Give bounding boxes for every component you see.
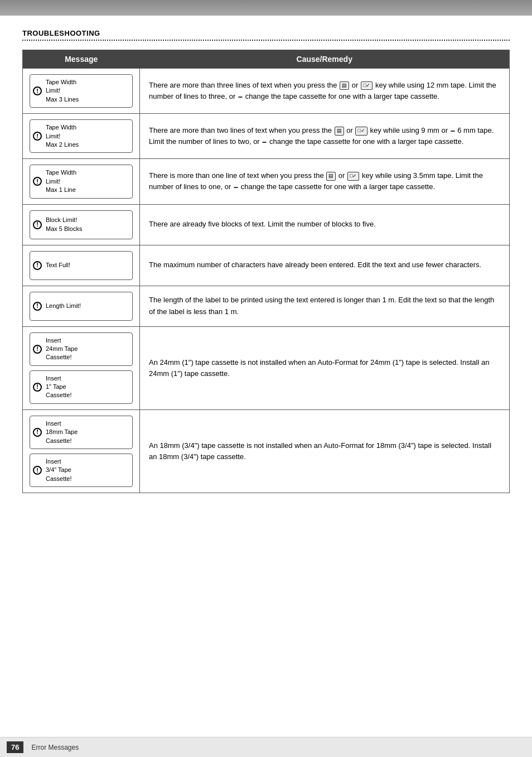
message-text: Insert 18mm Tape Cassette! xyxy=(46,420,78,445)
message-cell: !Length Limit! xyxy=(23,286,140,326)
message-cell: !Insert 18mm Tape Cassette!!Insert 3/4" … xyxy=(23,409,140,493)
table-header-row: Message Cause/Remedy xyxy=(23,50,510,69)
page-number: 76 xyxy=(7,741,23,753)
message-cell: !Tape Width Limit! Max 3 Lines xyxy=(23,69,140,114)
cause-text: An 24mm (1") tape cassette is not instal… xyxy=(149,357,500,379)
message-text: Tape Width Limit! Max 3 Lines xyxy=(46,78,79,104)
table-row: !Tape Width Limit! Max 2 LinesThere are … xyxy=(23,114,510,159)
warning-icon: ! xyxy=(33,261,42,270)
cause-cell: There are more than two lines of text wh… xyxy=(140,114,510,159)
message-text: Insert 3/4" Tape Cassette! xyxy=(46,457,71,483)
message-text: Length Limit! xyxy=(46,302,81,310)
page: TROUBLESHOOTING Message Cause/Remedy !Ta… xyxy=(0,0,532,757)
footer-label: Error Messages xyxy=(31,744,79,751)
message-text: Block Limit! Max 5 Blocks xyxy=(46,216,82,233)
message-box: !Insert 24mm Tape Cassette! xyxy=(30,332,133,366)
table-row: !Insert 18mm Tape Cassette!!Insert 3/4" … xyxy=(23,409,510,493)
warning-icon: ! xyxy=(33,302,42,311)
message-cell: !Tape Width Limit! Max 2 Lines xyxy=(23,114,140,159)
cause-cell: There are more than three lines of text … xyxy=(140,69,510,114)
table-row: !Block Limit! Max 5 BlocksThere are alre… xyxy=(23,204,510,245)
cause-text: An 18mm (3/4") tape cassette is not inst… xyxy=(149,440,500,462)
message-box: !Tape Width Limit! Max 3 Lines xyxy=(30,74,133,108)
warning-icon: ! xyxy=(33,428,42,437)
cause-text: The maximum number of characters have al… xyxy=(149,259,500,271)
message-cell: !Insert 24mm Tape Cassette!!Insert 1" Ta… xyxy=(23,326,140,409)
message-box: !Text Full! xyxy=(30,251,133,280)
warning-icon: ! xyxy=(33,132,42,141)
message-text: Text Full! xyxy=(46,261,70,269)
message-box: !Block Limit! Max 5 Blocks xyxy=(30,210,133,239)
top-bar xyxy=(0,0,532,16)
warning-icon: ! xyxy=(33,177,42,186)
message-box: !Insert 3/4" Tape Cassette! xyxy=(30,454,133,487)
cause-cell: There are already five blocks of text. L… xyxy=(140,204,510,245)
cause-cell: The length of the label to be printed us… xyxy=(140,286,510,326)
table-row: !Insert 24mm Tape Cassette!!Insert 1" Ta… xyxy=(23,326,510,409)
cause-text: There are already five blocks of text. L… xyxy=(149,219,500,230)
warning-icon: ! xyxy=(33,220,42,229)
troubleshooting-table: Message Cause/Remedy !Tape Width Limit! … xyxy=(22,50,510,493)
message-box: !Tape Width Limit! Max 1 Line xyxy=(30,165,133,198)
table-row: !Tape Width Limit! Max 1 LineThere is mo… xyxy=(23,159,510,204)
cause-text: The length of the label to be printed us… xyxy=(149,295,500,317)
section-divider xyxy=(22,40,510,41)
message-box: !Insert 1" Tape Cassette! xyxy=(30,370,133,404)
message-text: Insert 1" Tape Cassette! xyxy=(46,374,71,400)
cause-text: There are more than two lines of text wh… xyxy=(149,125,500,147)
cause-cell: There is more than one line of text when… xyxy=(140,159,510,204)
message-text: Tape Width Limit! Max 2 Lines xyxy=(46,123,79,149)
message-box: !Length Limit! xyxy=(30,292,133,321)
col-message: Message xyxy=(23,50,140,69)
table-row: !Tape Width Limit! Max 3 LinesThere are … xyxy=(23,69,510,114)
table-row: !Length Limit!The length of the label to… xyxy=(23,286,510,326)
cause-cell: An 24mm (1") tape cassette is not instal… xyxy=(140,326,510,409)
bottom-bar: 76 Error Messages xyxy=(0,737,532,757)
message-box: !Insert 18mm Tape Cassette! xyxy=(30,416,133,449)
warning-icon: ! xyxy=(33,466,42,475)
message-cell: !Tape Width Limit! Max 1 Line xyxy=(23,159,140,204)
cause-text: There are more than three lines of text … xyxy=(149,80,500,102)
message-text: Insert 24mm Tape Cassette! xyxy=(46,336,78,362)
message-text: Tape Width Limit! Max 1 Line xyxy=(46,168,76,194)
section-title: TROUBLESHOOTING xyxy=(22,29,510,37)
table-row: !Text Full!The maximum number of charact… xyxy=(23,245,510,286)
message-cell: !Block Limit! Max 5 Blocks xyxy=(23,204,140,245)
message-cell: !Text Full! xyxy=(23,245,140,286)
cause-text: There is more than one line of text when… xyxy=(149,170,500,192)
warning-icon: ! xyxy=(33,345,42,354)
warning-icon: ! xyxy=(33,383,42,392)
col-cause: Cause/Remedy xyxy=(140,50,510,69)
content: TROUBLESHOOTING Message Cause/Remedy !Ta… xyxy=(0,16,532,515)
cause-cell: The maximum number of characters have al… xyxy=(140,245,510,286)
warning-icon: ! xyxy=(33,86,42,95)
cause-cell: An 18mm (3/4") tape cassette is not inst… xyxy=(140,409,510,493)
message-box: !Tape Width Limit! Max 2 Lines xyxy=(30,119,133,153)
